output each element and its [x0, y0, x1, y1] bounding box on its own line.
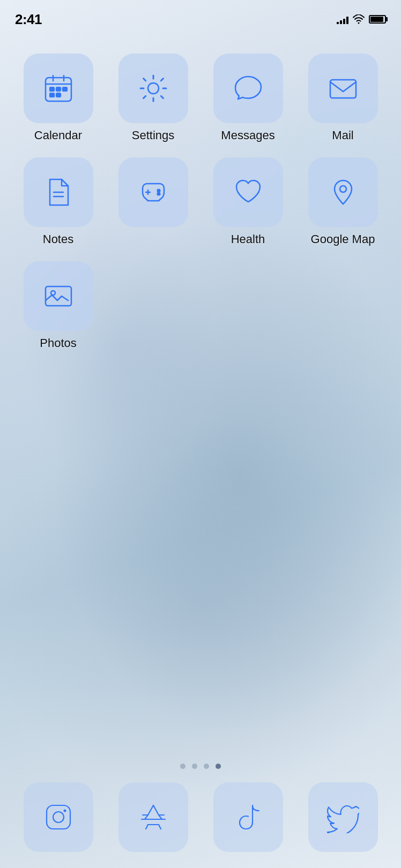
calendar-icon	[42, 72, 75, 104]
battery-icon	[369, 15, 386, 24]
svg-rect-19	[46, 286, 71, 306]
notes-icon-bg	[24, 157, 93, 227]
messages-icon-bg	[213, 54, 283, 123]
page-dot-2[interactable]	[192, 764, 197, 769]
map-icon	[327, 176, 359, 208]
app-photos[interactable]: Photos	[16, 261, 100, 350]
svg-point-22	[53, 812, 64, 822]
dock-twitter[interactable]	[301, 782, 385, 852]
signal-icon	[337, 14, 348, 24]
app-calendar[interactable]: Calendar	[16, 54, 100, 142]
svg-point-23	[63, 810, 66, 812]
svg-rect-8	[50, 93, 54, 97]
messages-icon	[232, 72, 264, 104]
google-map-label: Google Map	[311, 232, 375, 246]
mail-icon	[327, 72, 359, 104]
dock-instagram[interactable]	[16, 782, 100, 852]
svg-point-17	[157, 193, 160, 195]
notes-label: Notes	[43, 232, 73, 246]
svg-rect-11	[330, 80, 356, 98]
instagram-icon	[42, 801, 75, 833]
page-dot-3[interactable]	[204, 764, 209, 769]
tiktok-icon	[232, 801, 264, 833]
app-settings[interactable]: Settings	[111, 54, 195, 142]
health-icon	[232, 176, 264, 208]
svg-point-18	[340, 186, 346, 192]
svg-point-20	[51, 291, 55, 295]
settings-label: Settings	[132, 129, 175, 142]
settings-icon-bg	[118, 54, 188, 123]
game-icon-bg	[118, 157, 188, 227]
page-dot-1[interactable]	[180, 764, 185, 769]
twitter-icon	[327, 801, 359, 833]
mail-label: Mail	[332, 129, 353, 142]
appstore-icon	[137, 801, 169, 833]
messages-label: Messages	[221, 129, 274, 142]
svg-point-10	[148, 83, 159, 94]
svg-point-0	[358, 22, 360, 24]
app-google-map[interactable]: Google Map	[301, 157, 385, 246]
app-messages[interactable]: Messages	[206, 54, 290, 142]
health-icon-bg	[213, 157, 283, 227]
calendar-icon-bg	[24, 54, 93, 123]
status-icons	[337, 14, 386, 24]
app-mail[interactable]: Mail	[301, 54, 385, 142]
photos-icon-bg	[24, 261, 93, 331]
notes-icon	[42, 176, 75, 208]
svg-rect-5	[50, 87, 54, 91]
dock-appstore[interactable]	[111, 782, 195, 852]
wifi-icon	[353, 14, 365, 24]
settings-icon	[137, 72, 169, 104]
health-label: Health	[231, 232, 265, 246]
page-dots	[0, 764, 401, 769]
game-icon	[137, 176, 169, 208]
svg-rect-7	[63, 87, 67, 91]
google-map-icon-bg	[308, 157, 378, 227]
app-health[interactable]: Health	[206, 157, 290, 246]
tiktok-icon-bg	[213, 782, 283, 852]
dock	[16, 782, 385, 852]
dock-tiktok[interactable]	[206, 782, 290, 852]
page-dot-4[interactable]	[216, 764, 221, 769]
mail-icon-bg	[308, 54, 378, 123]
app-grid: Calendar Settings Messages Mail	[16, 54, 385, 350]
status-bar: 2:41	[0, 0, 401, 32]
status-time: 2:41	[15, 11, 42, 28]
photos-label: Photos	[40, 336, 77, 350]
svg-rect-6	[56, 87, 61, 91]
app-notes[interactable]: Notes	[16, 157, 100, 246]
photos-icon	[42, 280, 75, 312]
twitter-icon-bg	[308, 782, 378, 852]
svg-rect-9	[56, 93, 61, 97]
app-game[interactable]	[111, 157, 195, 246]
svg-point-16	[157, 190, 160, 192]
calendar-label: Calendar	[34, 129, 82, 142]
svg-rect-21	[47, 805, 70, 829]
instagram-icon-bg	[24, 782, 93, 852]
appstore-icon-bg	[118, 782, 188, 852]
